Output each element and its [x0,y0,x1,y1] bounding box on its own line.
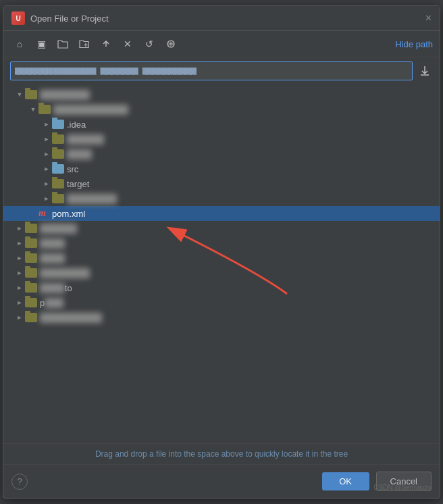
help-button[interactable]: ? [11,474,28,490]
expand-arrow: ▼ [14,91,25,98]
download-button[interactable] [417,62,433,80]
folder-new-button[interactable] [75,35,94,53]
expand-arrow: ► [14,314,25,321]
tree-item[interactable]: ► p ███ [3,295,440,310]
pom-xml-item[interactable]: m pom.xml [3,206,440,221]
refresh-button[interactable]: ↺ [140,35,159,53]
expand-arrow: ► [41,136,52,143]
path-bar [3,57,440,84]
hide-path-button[interactable]: Hide path [395,39,433,49]
tree-item[interactable]: ► ████████ [3,191,440,206]
pom-xml-label: pom.xml [52,209,85,219]
tree-item[interactable]: ► ██████ [3,132,440,147]
tree-item[interactable]: ► ████████ [3,266,440,280]
path-input[interactable] [10,61,413,80]
expand-arrow: ► [41,195,52,202]
folder-icon [25,283,37,293]
desktop-button[interactable]: ▣ [32,35,51,53]
drag-hint: Drag and drop a file into the space abov… [3,443,440,464]
folder-icon [25,298,37,307]
tree-item[interactable]: ► src [3,161,440,176]
tree-item[interactable]: ► ████ to [3,280,440,295]
tree-item[interactable]: ► ████ [3,147,440,161]
app-icon: U [11,11,25,25]
title-bar: U Open File or Project × [3,6,440,31]
folder-icon [25,253,37,263]
folder-icon [25,224,37,233]
expand-arrow: ▼ [28,106,38,113]
folder-icon [38,105,51,114]
tree-item[interactable]: ► .idea [3,117,440,132]
folder-icon [25,268,37,278]
folder-icon [52,134,64,144]
file-tree[interactable]: ▼ ████████ ▼ ████████████ ► .idea ► ████… [3,84,440,443]
folder-icon [52,164,64,174]
folder-icon [52,149,64,159]
network-button[interactable] [161,35,180,53]
tree-item[interactable]: ► target [3,176,440,191]
expand-arrow: ► [14,299,25,306]
close-button[interactable]: × [425,13,432,24]
expand-arrow: ► [14,284,25,291]
tree-item[interactable]: ► ██████ [3,221,440,236]
tree-item[interactable]: ▼ ████████████ [3,102,440,117]
expand-arrow: ► [14,255,25,261]
expand-arrow: ► [14,225,25,232]
folder-open-button[interactable] [53,35,72,53]
dialog-title: Open File or Project [30,14,420,24]
toolbar: ⌂ ▣ ✕ ↺ Hide path [3,31,440,57]
ok-button[interactable]: OK [322,472,369,490]
expand-arrow: ► [41,151,52,157]
maven-icon: m [38,208,49,219]
home-button[interactable]: ⌂ [10,35,29,53]
expand-arrow: ► [14,240,25,247]
delete-button[interactable]: ✕ [118,35,137,53]
tree-item[interactable]: ► ██████████ [3,310,440,325]
folder-icon [25,90,37,99]
tree-item[interactable]: ► ████ [3,251,440,266]
expand-arrow: ► [14,270,25,276]
expand-arrow: ► [41,180,52,187]
button-bar: ? OK Cancel [3,464,440,498]
expand-arrow: ► [41,166,52,172]
folder-icon [25,313,37,322]
folder-icon [25,238,37,248]
tree-item[interactable]: ▼ ████████ [3,87,440,102]
expand-arrow: ► [41,121,52,128]
open-file-dialog: U Open File or Project × ⌂ ▣ ✕ ↺ [3,5,440,499]
tree-item[interactable]: ► ████ [3,236,440,251]
folder-icon [52,120,64,129]
watermark: CSDN @Sermiscry [373,484,432,491]
parent-folder-button[interactable] [97,35,115,53]
folder-icon [52,194,64,203]
folder-icon [52,179,64,188]
